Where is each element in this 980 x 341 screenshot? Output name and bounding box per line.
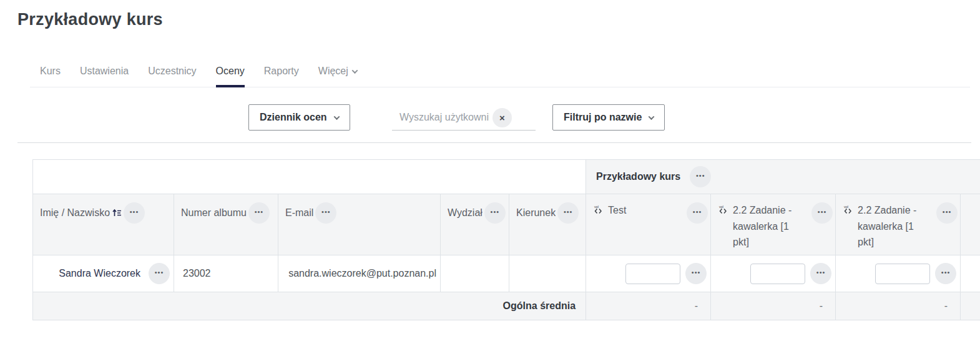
- grade-cell-zadanie-2: •••: [836, 255, 961, 292]
- tab-wiecej[interactable]: Więcej: [318, 66, 357, 87]
- name-sort-link[interactable]: Imię / Nazwisko: [40, 207, 110, 219]
- vpl-activity-icon: vpl: [593, 205, 603, 215]
- faculty-column-header: Wydział •••: [441, 194, 509, 255]
- overall-average-row: Ogólna średnia - - -: [33, 292, 980, 320]
- tab-uczestnicy[interactable]: Uczestnicy: [148, 66, 196, 87]
- gradebook-view-dropdown[interactable]: Dziennik ocen: [248, 104, 350, 131]
- faculty-column-menu-button[interactable]: •••: [484, 202, 506, 224]
- student-profile-link[interactable]: Sandra Wieczorek: [59, 268, 140, 279]
- student-faculty-cell: [441, 255, 509, 292]
- name-column-header: Imię / Nazwisko •••: [33, 194, 174, 255]
- course-group-label: Przykładowy kurs: [596, 171, 680, 182]
- grade-cell-zadanie-1: •••: [711, 255, 836, 292]
- grade-input-zadanie-1[interactable]: [750, 264, 805, 284]
- course-header-cell: Przykładowy kurs •••: [586, 160, 980, 194]
- grade-cell-test-menu-button[interactable]: •••: [685, 263, 707, 284]
- student-id-cell: 23002: [174, 255, 278, 292]
- email-sort-link[interactable]: E-mail: [285, 207, 313, 219]
- grade-cell-zadanie-1-menu-button[interactable]: •••: [810, 263, 831, 284]
- page-title: Przykładowy kurs: [17, 10, 980, 29]
- name-column-menu-button[interactable]: •••: [124, 202, 145, 224]
- student-total-cell: [961, 255, 980, 292]
- course-menu-button[interactable]: •••: [690, 166, 711, 187]
- grade-item-zadanie-1-link[interactable]: 2.2 Zadanie - kawalerka [1 pkt]: [733, 202, 806, 250]
- student-row: Sandra Wieczorek ••• 23002 sandra.wieczo…: [33, 255, 980, 292]
- filter-by-name-dropdown[interactable]: Filtruj po nazwie: [552, 104, 665, 131]
- filter-by-name-label: Filtruj po nazwie: [564, 112, 642, 123]
- student-id-column-menu-button[interactable]: •••: [248, 202, 270, 224]
- tab-raporty[interactable]: Raporty: [264, 66, 299, 87]
- chevron-down-icon: [649, 114, 655, 120]
- grade-item-zadanie-1-header: vpl 2.2 Zadanie - kawalerka [1 pkt] •••: [711, 194, 836, 255]
- overall-average-test: -: [586, 292, 711, 320]
- course-header-spacer-cell: [33, 160, 586, 194]
- toolbar-divider: [17, 142, 971, 143]
- overall-average-zadanie-2: -: [836, 292, 961, 320]
- svg-text:vpl: vpl: [594, 205, 599, 209]
- gradebook-view-label: Dziennik ocen: [260, 112, 327, 123]
- search-input[interactable]: [392, 104, 536, 131]
- chevron-down-icon: [351, 67, 358, 74]
- faculty-sort-link[interactable]: Wydział: [448, 207, 483, 219]
- vpl-activity-icon: vpl: [718, 205, 728, 215]
- course-header-row: Przykładowy kurs •••: [33, 160, 980, 194]
- sort-asc-icon[interactable]: [112, 208, 122, 218]
- tab-wiecej-label: Więcej: [318, 66, 348, 77]
- grade-cell-test: •••: [586, 255, 711, 292]
- clear-search-button[interactable]: ×: [492, 108, 512, 127]
- program-column-menu-button[interactable]: •••: [557, 202, 579, 224]
- gradebook-toolbar: Dziennik ocen × Filtruj po nazwie: [0, 104, 980, 131]
- student-row-menu-button[interactable]: •••: [149, 263, 170, 284]
- overall-average-label: Ogólna średnia: [33, 292, 586, 320]
- student-id-column-header: Numer albumu •••: [174, 194, 278, 255]
- student-id-sort-link[interactable]: Numer albumu: [181, 207, 247, 219]
- svg-text:vpl: vpl: [719, 205, 723, 209]
- email-column-menu-button[interactable]: •••: [315, 202, 336, 224]
- student-name-cell: Sandra Wieczorek •••: [33, 255, 174, 292]
- overall-average-zadanie-1: -: [711, 292, 836, 320]
- overall-average-total: [961, 292, 980, 320]
- tab-oceny[interactable]: Oceny: [216, 66, 245, 87]
- grade-item-test-link[interactable]: Test: [608, 202, 682, 219]
- program-sort-link[interactable]: Kierunek: [516, 207, 556, 219]
- course-tabs: Kurs Ustawienia Uczestnicy Oceny Raporty…: [30, 66, 970, 87]
- grade-item-zadanie-2-menu-button[interactable]: •••: [936, 202, 958, 224]
- program-column-header: Kierunek •••: [509, 194, 586, 255]
- chevron-down-icon: [333, 114, 340, 120]
- grade-input-zadanie-2[interactable]: [875, 264, 930, 284]
- grade-cell-zadanie-2-menu-button[interactable]: •••: [935, 263, 956, 284]
- email-column-header: E-mail •••: [278, 194, 441, 255]
- tab-kurs[interactable]: Kurs: [40, 66, 61, 87]
- grade-item-test-header: vpl Test •••: [586, 194, 711, 255]
- grader-report-table: Przykładowy kurs ••• Imię / Nazwisko •••…: [32, 159, 980, 320]
- grade-item-zadanie-2-link[interactable]: 2.2 Zadanie - kawalerka [1 pkt]: [858, 202, 931, 250]
- student-program-cell: [509, 255, 586, 292]
- column-header-row: Imię / Nazwisko ••• Numer albumu ••• E-m…: [33, 194, 980, 255]
- svg-text:vpl: vpl: [844, 205, 848, 209]
- vpl-activity-icon: vpl: [843, 205, 853, 215]
- course-total-column-header: Σ: [961, 194, 980, 255]
- grade-item-zadanie-1-menu-button[interactable]: •••: [811, 202, 833, 224]
- grade-input-test[interactable]: [625, 264, 680, 284]
- grade-item-zadanie-2-header: vpl 2.2 Zadanie - kawalerka [1 pkt] •••: [836, 194, 961, 255]
- tab-ustawienia[interactable]: Ustawienia: [80, 66, 129, 87]
- user-search: ×: [392, 104, 536, 131]
- grade-item-test-menu-button[interactable]: •••: [687, 202, 708, 224]
- student-email-cell: sandra.wieczorek@put.poznan.pl: [278, 255, 441, 292]
